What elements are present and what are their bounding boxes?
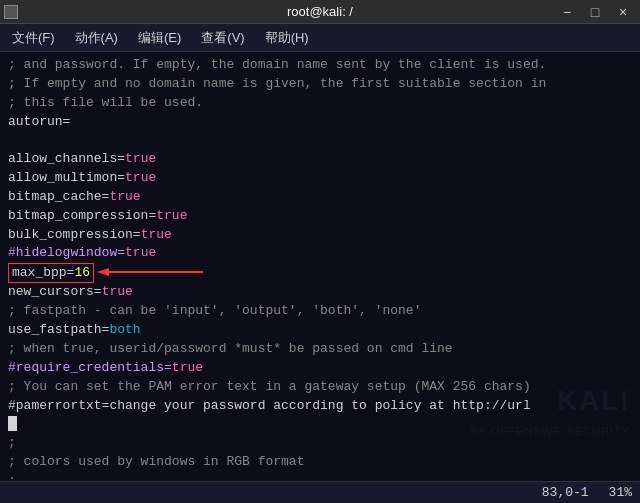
- scroll-percent: 31%: [609, 485, 632, 500]
- line-bitmap-compression: bitmap_compression=true: [8, 207, 632, 226]
- line-fastpath-comment: ; fastpath - can be 'input', 'output', '…: [8, 302, 632, 321]
- title-text: root@kali: /: [287, 4, 353, 19]
- maximize-button[interactable]: □: [582, 2, 608, 22]
- menu-bar: 文件(F) 动作(A) 编辑(E) 查看(V) 帮助(H): [0, 24, 640, 52]
- menu-action[interactable]: 动作(A): [67, 27, 126, 49]
- line-pamerrortxt: #pamerrortxt=change your password accord…: [8, 397, 632, 416]
- line-allow-channels: allow_channels=true: [8, 150, 632, 169]
- line-1: ; and password. If empty, the domain nam…: [8, 56, 632, 75]
- close-button[interactable]: ×: [610, 2, 636, 22]
- cursor: [8, 416, 17, 431]
- line-cursor: [8, 415, 632, 434]
- menu-view[interactable]: 查看(V): [193, 27, 252, 49]
- line-allow-multimon: allow_multimon=true: [8, 169, 632, 188]
- line-pam-comment: ; You can set the PAM error text in a ga…: [8, 378, 632, 397]
- line-4: autorun=: [8, 113, 632, 132]
- line-bitmap-cache: bitmap_cache=true: [8, 188, 632, 207]
- line-5: [8, 131, 632, 150]
- minimize-button[interactable]: −: [554, 2, 580, 22]
- line-semicolon1: ;: [8, 434, 632, 453]
- line-semicolon2: ;: [8, 472, 632, 481]
- line-require-credentials: #require_credentials=true: [8, 359, 632, 378]
- line-when-true-comment: ; when true, userid/password *must* be p…: [8, 340, 632, 359]
- line-3: ; this file will be used.: [8, 94, 632, 113]
- cursor-position: 83,0-1: [542, 485, 589, 500]
- arrow-indicator: [93, 261, 213, 283]
- line-new-cursors: new_cursors=true: [8, 283, 632, 302]
- terminal: ; and password. If empty, the domain nam…: [0, 52, 640, 481]
- line-max-bpp: max_bpp=16: [8, 263, 632, 283]
- line-2: ; If empty and no domain name is given, …: [8, 75, 632, 94]
- line-bulk-compression: bulk_compression=true: [8, 226, 632, 245]
- menu-file[interactable]: 文件(F): [4, 27, 63, 49]
- window-controls: − □ ×: [554, 2, 636, 22]
- menu-help[interactable]: 帮助(H): [257, 27, 317, 49]
- line-colors-comment: ; colors used by windows in RGB format: [8, 453, 632, 472]
- window-icon: [4, 5, 18, 19]
- status-bar: 83,0-1 31%: [0, 481, 640, 503]
- line-use-fastpath: use_fastpath=both: [8, 321, 632, 340]
- title-bar-left: [4, 5, 18, 19]
- menu-edit[interactable]: 编辑(E): [130, 27, 189, 49]
- title-bar: root@kali: / − □ ×: [0, 0, 640, 24]
